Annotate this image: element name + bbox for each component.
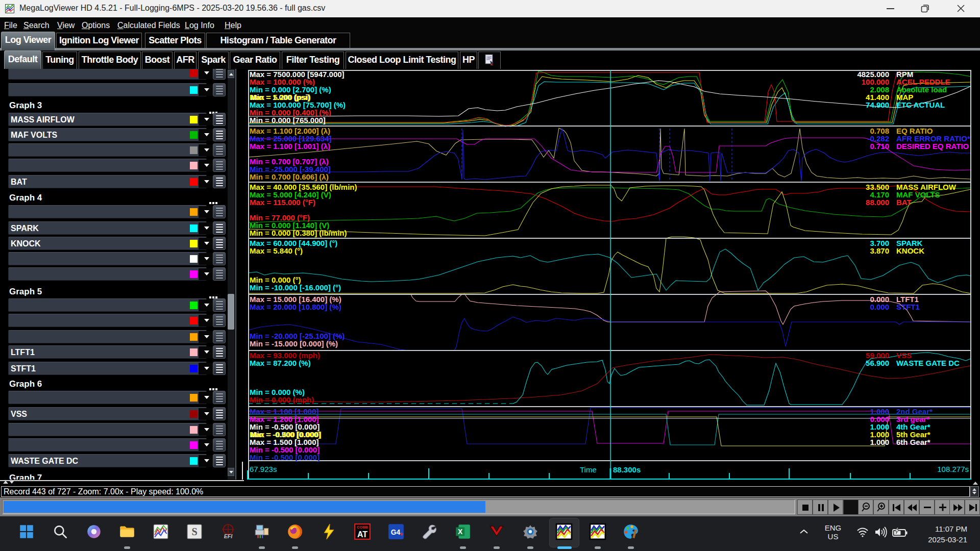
svg-text:X: X (458, 528, 463, 536)
svg-text:EFI: EFI (224, 533, 233, 539)
svg-text:COBB: COBB (357, 525, 368, 530)
svg-text:G4: G4 (391, 528, 401, 536)
svg-text:S: S (191, 526, 197, 537)
svg-text:+: + (400, 530, 403, 538)
svg-text:AT: AT (357, 530, 368, 539)
